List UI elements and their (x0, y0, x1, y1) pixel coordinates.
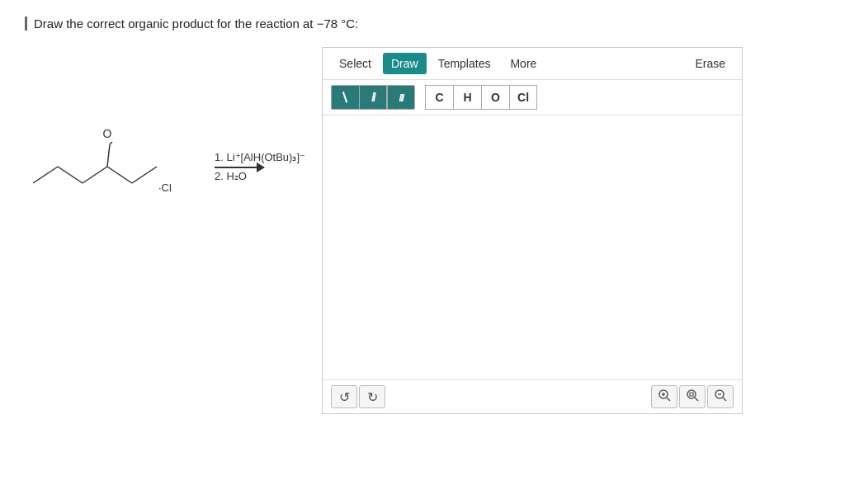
zoom-reset-button[interactable] (679, 385, 706, 408)
reaction-info: 1. Li⁺[AlH(OtBu)₃]⁻ 2. H₂O (215, 151, 305, 182)
erase-button[interactable]: Erase (687, 53, 734, 74)
content-area: O ·Cl 1. Li⁺[AlH(OtBu)₃]⁻ 2. H₂O (25, 47, 820, 414)
svg-point-13 (687, 390, 696, 398)
undo-redo-group: ↺ ↻ (331, 385, 385, 408)
undo-icon: ↺ (339, 389, 350, 405)
zoom-reset-icon (686, 389, 699, 405)
molecule-area: O ·Cl 1. Li⁺[AlH(OtBu)₃]⁻ 2. H₂O (25, 113, 305, 220)
svg-line-1 (58, 167, 83, 183)
redo-icon: ↻ (367, 389, 378, 405)
zoom-group (651, 385, 734, 408)
redo-button[interactable]: ↻ (359, 385, 385, 408)
page: Draw the correct organic product for the… (0, 0, 845, 504)
reaction-arrow-row (215, 165, 305, 168)
arrow-line (215, 167, 264, 168)
question-text: Draw the correct organic product for the… (25, 16, 820, 31)
svg-text:·Cl: ·Cl (158, 181, 172, 194)
bond-triple-button[interactable]: /// (387, 85, 415, 110)
element-c-button[interactable]: C (425, 85, 453, 110)
svg-text:O: O (103, 127, 112, 140)
element-o-button[interactable]: O (481, 85, 509, 110)
toolbar: Select Draw Templates More Erase (323, 48, 742, 80)
zoom-in-icon (658, 389, 671, 405)
svg-line-0 (33, 167, 58, 183)
bond-triple-icon: /// (399, 92, 404, 104)
element-cl-button[interactable]: Cl (509, 85, 537, 110)
bond-double-button[interactable]: // (359, 85, 387, 110)
drawing-canvas[interactable] (323, 115, 742, 379)
element-h-button[interactable]: H (453, 85, 481, 110)
bond-tool-group: / // /// (331, 85, 415, 110)
svg-line-10 (667, 398, 670, 401)
bond-single-button[interactable]: / (331, 85, 359, 110)
select-button[interactable]: Select (331, 53, 380, 74)
draw-panel: Select Draw Templates More Erase / // //… (322, 47, 743, 414)
more-button[interactable]: More (502, 53, 545, 74)
zoom-out-button[interactable] (707, 385, 734, 408)
svg-line-2 (83, 167, 107, 183)
undo-button[interactable]: ↺ (331, 385, 357, 408)
draw-tools-row: / // /// C H O Cl (323, 80, 742, 115)
reaction-step1: 1. Li⁺[AlH(OtBu)₃]⁻ (215, 151, 305, 163)
svg-line-16 (723, 398, 726, 401)
zoom-in-button[interactable] (651, 385, 677, 408)
conditions-block: 1. Li⁺[AlH(OtBu)₃]⁻ 2. H₂O (215, 151, 305, 182)
molecule-structure: O ·Cl (25, 113, 206, 220)
svg-line-4 (107, 144, 110, 167)
svg-line-3 (107, 167, 132, 183)
bond-double-icon: // (371, 91, 375, 104)
draw-button[interactable]: Draw (383, 53, 427, 74)
svg-line-5 (110, 142, 112, 144)
svg-line-14 (695, 398, 698, 401)
templates-button[interactable]: Templates (430, 53, 499, 74)
zoom-out-icon (714, 389, 727, 405)
svg-line-7 (132, 167, 157, 183)
bond-single-icon: / (339, 89, 352, 106)
bottom-bar: ↺ ↻ (323, 379, 742, 413)
element-buttons: C H O Cl (425, 85, 537, 110)
